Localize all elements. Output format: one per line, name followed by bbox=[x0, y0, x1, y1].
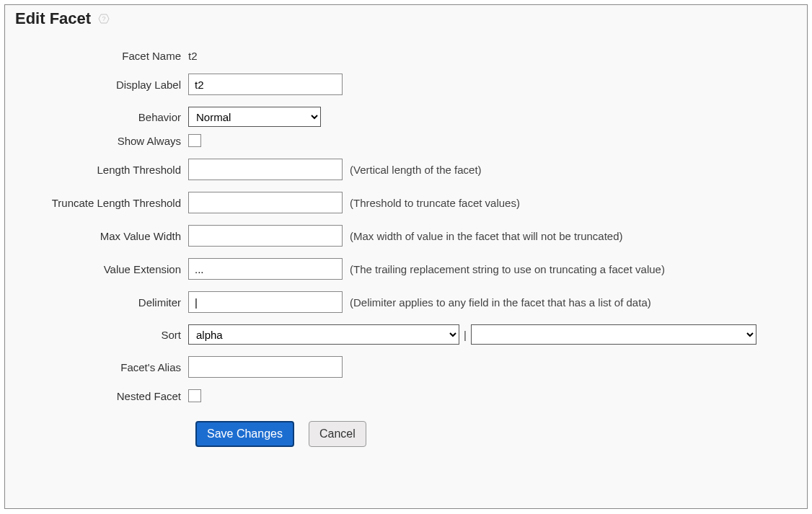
label-nested-facet: Nested Facet bbox=[18, 390, 188, 402]
edit-facet-panel: Edit Facet ? Facet Name t2 Display Label… bbox=[4, 4, 808, 509]
behavior-select[interactable]: Normal bbox=[188, 107, 321, 127]
form-area: Facet Name t2 Display Label Behavior Nor… bbox=[18, 50, 797, 447]
hint-truncate-length-threshold: (Threshold to truncate facet values) bbox=[350, 197, 520, 209]
button-row: Save Changes Cancel bbox=[188, 421, 797, 447]
row-nested-facet: Nested Facet bbox=[18, 389, 797, 402]
row-value-extension: Value Extension (The trailing replacemen… bbox=[18, 258, 797, 280]
label-max-value-width: Max Value Width bbox=[18, 230, 188, 242]
cancel-button[interactable]: Cancel bbox=[309, 421, 366, 447]
hint-delimiter: (Delimiter applies to any field in the f… bbox=[350, 296, 651, 309]
label-facets-alias: Facet's Alias bbox=[18, 361, 188, 373]
row-delimiter: Delimiter (Delimiter applies to any fiel… bbox=[18, 291, 797, 313]
truncate-length-threshold-input[interactable] bbox=[188, 192, 343, 213]
row-behavior: Behavior Normal bbox=[18, 107, 797, 127]
row-facet-name: Facet Name t2 bbox=[18, 50, 797, 62]
sort-separator: | bbox=[464, 329, 467, 341]
save-button[interactable]: Save Changes bbox=[195, 421, 294, 447]
display-label-input[interactable] bbox=[188, 74, 343, 95]
label-truncate-length-threshold: Truncate Length Threshold bbox=[18, 197, 188, 209]
row-show-always: Show Always bbox=[18, 134, 797, 147]
row-sort: Sort alpha | bbox=[18, 324, 797, 345]
sort-select[interactable]: alpha bbox=[188, 324, 459, 345]
max-value-width-input[interactable] bbox=[188, 225, 343, 247]
label-show-always: Show Always bbox=[18, 135, 188, 147]
hint-length-threshold: (Vertical length of the facet) bbox=[350, 164, 482, 176]
value-facet-name: t2 bbox=[188, 50, 198, 62]
page-title: Edit Facet bbox=[15, 9, 91, 28]
label-value-extension: Value Extension bbox=[18, 263, 188, 275]
label-delimiter: Delimiter bbox=[18, 296, 188, 309]
sort-select-2[interactable] bbox=[471, 324, 756, 345]
row-max-value-width: Max Value Width (Max width of value in t… bbox=[18, 225, 797, 247]
row-facets-alias: Facet's Alias bbox=[18, 356, 797, 378]
row-display-label: Display Label bbox=[18, 74, 797, 95]
label-facet-name: Facet Name bbox=[18, 50, 188, 62]
value-extension-input[interactable] bbox=[188, 258, 343, 280]
svg-text:?: ? bbox=[102, 15, 106, 22]
help-icon[interactable]: ? bbox=[98, 13, 110, 25]
nested-facet-checkbox[interactable] bbox=[188, 389, 201, 402]
length-threshold-input[interactable] bbox=[188, 159, 343, 180]
facets-alias-input[interactable] bbox=[188, 356, 343, 378]
label-length-threshold: Length Threshold bbox=[18, 164, 188, 176]
show-always-checkbox[interactable] bbox=[188, 134, 201, 147]
delimiter-input[interactable] bbox=[188, 291, 343, 313]
hint-value-extension: (The trailing replacement string to use … bbox=[350, 263, 665, 275]
label-display-label: Display Label bbox=[18, 79, 188, 91]
row-truncate-length-threshold: Truncate Length Threshold (Threshold to … bbox=[18, 192, 797, 213]
label-behavior: Behavior bbox=[18, 111, 188, 123]
row-length-threshold: Length Threshold (Vertical length of the… bbox=[18, 159, 797, 180]
label-sort: Sort bbox=[18, 329, 188, 341]
hint-max-value-width: (Max width of value in the facet that wi… bbox=[350, 230, 623, 242]
